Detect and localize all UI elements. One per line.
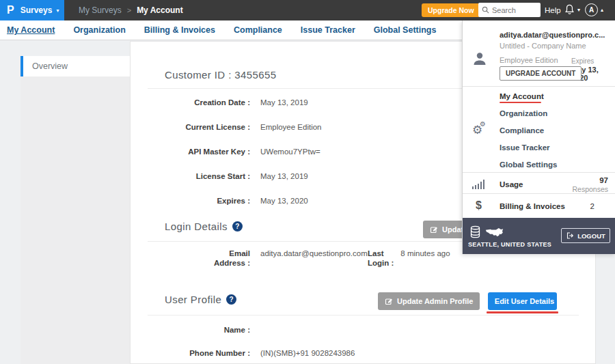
field-value: May 13, 2020 [260,196,308,206]
dropdown-item-issue-tracker[interactable]: Issue Tracker [500,143,550,152]
usa-map-icon [485,227,504,238]
divider [463,193,615,194]
usage-count: 97 [599,176,608,184]
field-label: Current License : [148,122,250,132]
breadcrumb: My Surveys > My Account [79,0,183,20]
dropdown-company-name: Untitled - Company Name [500,42,586,50]
dropdown-item-compliance[interactable]: Compliance [500,126,544,135]
server-stack-icon [469,225,481,238]
search-box[interactable] [478,3,541,17]
email-value: aditya.datar@questionpro.com [260,249,368,268]
logout-button[interactable]: LOGOUT [561,228,610,243]
dollar-icon: $ [476,199,482,212]
field-value: May 13, 2019 [260,98,308,107]
field-value: Employee Edition [260,122,322,132]
logout-icon [566,232,574,240]
usage-chart-icon [472,180,484,189]
field-label: Last Login : [368,249,394,268]
divider [148,315,579,316]
upgrade-account-button[interactable]: UPGRADE ACCOUNT [500,66,582,81]
field-label: Expires : [148,196,250,206]
edit-user-details-button[interactable]: Edit User Details [488,292,557,310]
field-label: Creation Date : [148,98,250,107]
dropdown-license-edition: Employee Edition [500,56,558,64]
sidebar-item-label: Overview [32,61,68,71]
bell-icon [564,3,575,16]
gears-icon: ⚙ ⚙ [472,123,482,137]
breadcrumb-separator-icon: > [127,6,131,14]
dropdown-item-usage[interactable]: Usage [500,180,523,188]
breadcrumb-my-surveys[interactable]: My Surveys [79,5,122,15]
dropdown-item-organization[interactable]: Organization [500,109,547,117]
search-input[interactable] [492,6,534,14]
field-row-api-master-key: API Master Key : UWemou7YPtw= [148,147,320,156]
divider [463,172,615,173]
tab-billing-invoices[interactable]: Billing & Invoices [144,25,215,35]
upgrade-now-button[interactable]: Upgrade Now [422,3,480,17]
tab-my-account[interactable]: My Account [7,25,55,35]
user-icon [472,51,488,67]
field-row-phone: Phone Number : (IN)(SMB)+91 9028243986 [148,348,355,358]
login-details-title: Login Details ? [165,221,243,232]
edit-icon [385,297,393,305]
account-menu[interactable]: A ▴ [585,3,603,16]
field-value: UWemou7YPtw= [260,147,320,156]
sidebar-panel [20,76,130,364]
field-label: License Start : [148,171,250,181]
dropdown-item-my-account[interactable]: My Account [500,92,544,100]
dropdown-footer: SEATTLE, UNITED STATES LOGOUT [463,218,615,254]
field-value: May 13, 2019 [260,171,308,181]
annotation-underline [500,102,541,103]
field-label: Name : [148,325,250,335]
field-row-name: Name : [148,325,260,335]
field-label: API Master Key : [148,147,250,156]
breadcrumb-my-account: My Account [137,5,183,15]
account-dropdown-panel: aditya.datar@questionpro.c... Untitled -… [462,20,615,254]
usage-unit: Responses [572,185,608,193]
questionpro-logo: P [7,4,14,16]
chevron-down-icon: ▾ [56,8,59,14]
tab-global-settings[interactable]: Global Settings [374,25,437,35]
field-row-email: Email Address : aditya.datar@questionpro… [148,249,368,268]
help-icon[interactable]: ? [232,221,243,232]
chevron-down-icon: ▾ [577,7,580,13]
field-row-license-start: License Start : May 13, 2019 [148,171,308,181]
edit-icon [430,225,438,234]
sidebar-item-overview[interactable]: Overview [20,56,130,76]
annotation-underline [487,311,558,313]
field-row-last-login: Last Login : 8 minutes ago [368,249,450,268]
billing-count: 2 [590,202,594,210]
product-name: Surveys [20,5,53,15]
field-label: Phone Number : [148,348,250,358]
help-icon[interactable]: ? [226,294,236,305]
dropdown-user-email: aditya.datar@questionpro.c... [500,31,605,39]
field-row-current-license: Current License : Employee Edition [148,122,322,132]
user-profile-title: User Profile ? [165,294,236,305]
page-title: Customer ID : 3455655 [165,69,276,81]
field-label: Email Address : [148,249,250,268]
phone-value: (IN)(SMB)+91 9028243986 [260,348,355,358]
product-switcher[interactable]: P Surveys ▾ [0,0,64,20]
search-icon [482,6,489,14]
dropdown-expires-label: Expires [571,57,594,65]
field-row-expires: Expires : May 13, 2020 [148,196,308,206]
dropdown-item-global-settings[interactable]: Global Settings [500,160,557,169]
divider [463,86,615,87]
top-header: P Surveys ▾ My Surveys > My Account Upgr… [0,0,615,20]
last-login-value: 8 minutes ago [400,249,450,268]
tab-issue-tracker[interactable]: Issue Tracker [301,25,355,35]
help-link[interactable]: Help [545,0,561,20]
update-admin-profile-button[interactable]: Update Admin Profile [378,292,480,310]
datacenter-location: SEATTLE, UNITED STATES [468,241,551,248]
notifications-menu[interactable]: ▾ [564,3,580,16]
dropdown-item-billing-invoices[interactable]: Billing & Invoices [500,202,565,210]
chevron-up-icon: ▴ [601,7,603,13]
tab-organization[interactable]: Organization [73,25,125,35]
field-row-creation-date: Creation Date : May 13, 2019 [148,98,308,107]
tab-compliance[interactable]: Compliance [234,25,282,35]
avatar: A [585,3,598,16]
